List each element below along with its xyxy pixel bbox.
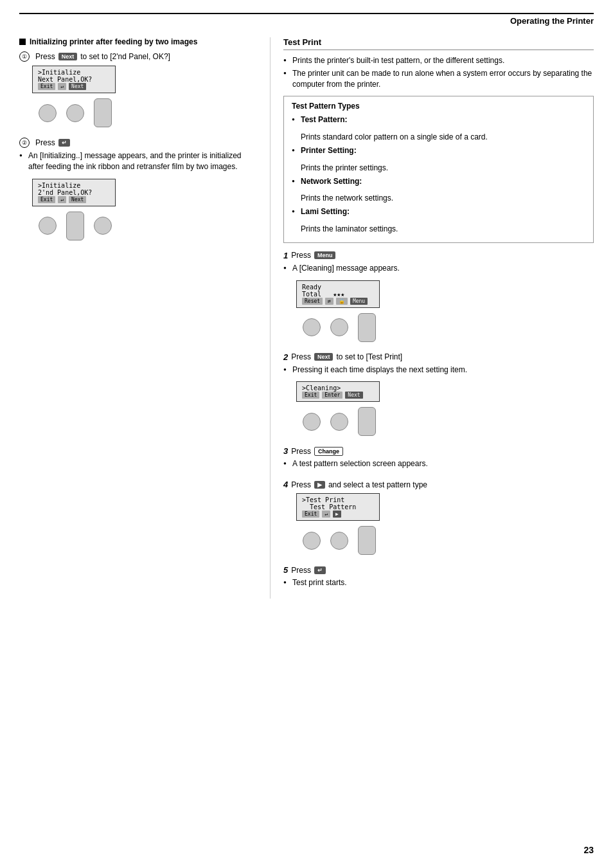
right-step3-press: Press [291, 447, 311, 456]
left-bullet1: An [Initializing..] message appears, and… [19, 150, 257, 172]
menu-btn[interactable]: Menu [314, 251, 336, 259]
right-step5-block: 5 Press ↵ Test print starts. [283, 565, 594, 588]
right-step5-bullets: Test print starts. [283, 577, 594, 588]
info-box-list: Test Pattern: [292, 114, 585, 125]
info-item-3-name: Network Setting: [301, 177, 362, 186]
right-lcd2-enter-btn[interactable]: Enter [322, 392, 342, 399]
lcd2-line2: 2'nd Panel,OK? [38, 189, 110, 196]
info-item-3-desc: Prints the network settings. [292, 193, 585, 204]
left-section-header: Initializing printer after feeding by tw… [19, 37, 257, 46]
lcd2-device-buttons [32, 212, 257, 240]
right-device-btn-1a[interactable] [303, 318, 321, 336]
lcd-panel-1: >Initialize Next Panel,OK? Exit ↵ Next [32, 66, 116, 93]
right-step5-row: 5 Press ↵ [283, 565, 594, 575]
left-step1-press: Press [35, 52, 55, 61]
right-lcd1-lock-btn[interactable]: 🔒 [336, 298, 348, 305]
enter-btn-right[interactable]: ↵ [314, 566, 326, 574]
device-btn-2b[interactable] [66, 212, 84, 240]
info-item-4-name: Lami Setting: [301, 207, 350, 216]
device-btn-1c[interactable] [94, 98, 112, 127]
right-lcd1-buttons: Reset ⇄ 🔒 Menu [302, 298, 374, 305]
lcd2-enter-btn[interactable]: ↵ [58, 196, 66, 203]
info-box-list2: Printer Setting: [292, 145, 585, 156]
info-box-list3: Network Setting: [292, 176, 585, 187]
right-lcd4-enter-btn[interactable]: ↵ [322, 511, 330, 518]
info-box-title: Test Pattern Types [292, 102, 585, 111]
right-device-btn-2b[interactable] [330, 413, 348, 431]
lcd-panel-2: >Initialize 2'nd Panel,OK? Exit ↵ Next [32, 179, 116, 206]
right-step2-bullet: Pressing it each time displays the next … [283, 365, 594, 375]
right-lcd1-reset-btn[interactable]: Reset [302, 298, 323, 305]
left-step1-block: ① Press Next to set to [2'nd Panel, OK?]… [19, 51, 257, 127]
device-btn-1a[interactable] [39, 104, 57, 122]
right-step3-block: 3 Press Change A test pattern selection … [283, 446, 594, 469]
right-step2-device-buttons [296, 407, 594, 436]
left-step2-bullets: An [Initializing..] message appears, and… [19, 150, 257, 172]
right-device-btn-1c[interactable] [358, 313, 376, 342]
page-number: 23 [583, 845, 594, 855]
page-title: Operating the Printer [510, 16, 594, 26]
next-btn-1[interactable]: Next [58, 53, 78, 60]
right-step4-press: Press [291, 480, 311, 489]
lcd1-buttons: Exit ↵ Next [38, 83, 110, 90]
lcd1-next-btn[interactable]: Next [69, 83, 86, 90]
right-device-btn-4c[interactable] [358, 526, 376, 555]
right-step2-row: 2 Press Next to set to [Test Print] [283, 352, 594, 362]
left-step1-suffix: to set to [2'nd Panel, OK?] [80, 52, 170, 61]
device-btn-2a[interactable] [39, 217, 57, 235]
right-step3-bullets: A test pattern selection screen appears. [283, 458, 594, 469]
right-device-btn-2a[interactable] [303, 413, 321, 431]
right-device-btn-4b[interactable] [330, 532, 348, 550]
right-lcd1-menu-btn[interactable]: Menu [350, 298, 368, 305]
right-device-btn-4a[interactable] [303, 532, 321, 550]
right-device-btn-1b[interactable] [330, 318, 348, 336]
right-lcd1-arrow-btn[interactable]: ⇄ [325, 298, 333, 305]
change-btn[interactable]: Change [314, 447, 343, 456]
info-item-1-name: Test Pattern: [301, 115, 347, 124]
right-step5-bullet: Test print starts. [283, 577, 594, 588]
right-step1-row: 1 Press Menu [283, 251, 594, 260]
right-lcd4-line2: Test Pattern [302, 503, 374, 511]
right-lcd2-line1: >Cleaning> [302, 384, 374, 392]
lcd1-enter-btn[interactable]: ↵ [58, 83, 66, 90]
right-column: Test Print Prints the printer's built-in… [270, 37, 594, 599]
info-item-2: Printer Setting: [292, 145, 585, 156]
right-step1-device-buttons [296, 313, 594, 342]
lcd1-line2: Next Panel,OK? [38, 76, 110, 83]
right-step3-bullet: A test pattern selection screen appears. [283, 458, 594, 469]
right-section-title: Test Print [283, 37, 594, 50]
right-lcd4-line1: >Test Print [302, 496, 374, 503]
right-lcd4-arrow-btn[interactable]: ▶ [333, 511, 341, 518]
lcd1-exit-btn[interactable]: Exit [38, 83, 55, 90]
device-btn-2c[interactable] [94, 217, 112, 235]
right-step4-device-buttons [296, 526, 594, 555]
right-step2-press: Press [291, 352, 311, 361]
info-item-1-desc: Prints standard color pattern on a singl… [292, 132, 585, 143]
info-box-list4: Lami Setting: [292, 206, 585, 217]
right-step5-press: Press [291, 566, 311, 575]
right-step1-block: 1 Press Menu A [Cleaning] message appear… [283, 251, 594, 342]
right-step2-lcd-group: >Cleaning> Exit Enter Next [296, 381, 594, 436]
info-item-4: Lami Setting: [292, 206, 585, 217]
right-step1-press: Press [291, 251, 311, 260]
arrow-btn[interactable]: ▶ [314, 481, 325, 489]
right-step1-bullets: A [Cleaning] message appears. [283, 263, 594, 274]
right-lcd4-exit-btn[interactable]: Exit [302, 511, 319, 518]
enter-btn-left[interactable]: ↵ [58, 139, 70, 147]
right-step4-num: 4 [283, 480, 288, 489]
right-lcd2-next-btn[interactable]: Next [345, 392, 362, 399]
right-device-btn-2c[interactable] [358, 407, 376, 436]
info-item-4-desc: Prints the laminator settings. [292, 224, 585, 235]
right-step2-block: 2 Press Next to set to [Test Print] Pres… [283, 352, 594, 437]
lcd2-exit-btn[interactable]: Exit [38, 196, 55, 203]
device-btn-1b[interactable] [66, 104, 84, 122]
lcd1-device-buttons [32, 98, 257, 127]
two-col-layout: Initializing printer after feeding by tw… [19, 37, 594, 599]
right-step4-row: 4 Press ▶ and select a test pattern type [283, 480, 594, 489]
right-lcd2-exit-btn[interactable]: Exit [302, 392, 319, 399]
right-lcd-panel-1: Ready Total ★★★ Reset ⇄ 🔒 Menu [296, 280, 380, 308]
info-item-2-desc: Prints the printer settings. [292, 163, 585, 174]
lcd2-next-btn[interactable]: Next [69, 196, 86, 203]
header-bar: Operating the Printer [19, 13, 594, 28]
next-btn-right[interactable]: Next [314, 353, 333, 361]
